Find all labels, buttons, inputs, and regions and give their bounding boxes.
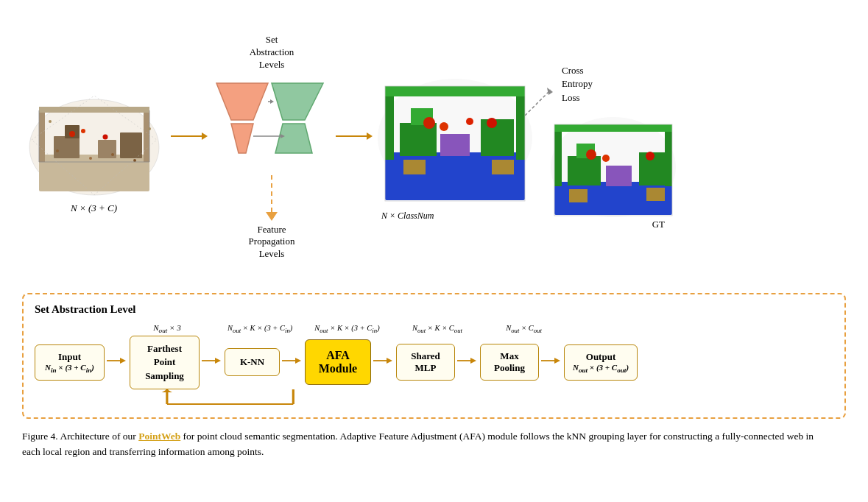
- svg-rect-35: [516, 93, 525, 160]
- svg-rect-62: [569, 189, 588, 202]
- svg-rect-54: [554, 124, 672, 132]
- svg-point-61: [646, 152, 654, 160]
- left-pointcloud-svg: [24, 81, 164, 199]
- svg-rect-36: [385, 86, 525, 96]
- mp-top-label: Nout × Cout: [493, 324, 555, 336]
- max-pooling-box: MaxPooling: [480, 344, 539, 381]
- arrow-6: [539, 355, 564, 370]
- svg-marker-26: [270, 99, 274, 104]
- svg-rect-5: [54, 136, 80, 158]
- input-box: Input Nin × (3 + Cin): [35, 344, 105, 381]
- svg-marker-80: [162, 389, 172, 392]
- svg-rect-1: [39, 155, 149, 191]
- right-pc-main: N × ClassNum: [374, 64, 536, 222]
- svg-point-43: [487, 118, 497, 128]
- svg-rect-8: [120, 132, 142, 158]
- svg-point-41: [423, 117, 435, 129]
- gt-label: GT: [547, 219, 680, 230]
- caption-prefix: Figure 4. Architecture of our: [22, 431, 138, 442]
- svg-rect-40: [481, 119, 514, 156]
- output-sublabel: Nout × (3 + Cout): [569, 363, 632, 374]
- arrow-5: [455, 355, 480, 370]
- svg-marker-70: [295, 358, 301, 364]
- left-pointcloud-col: N × (3 + C): [22, 81, 166, 214]
- right-pointclouds: N × ClassNum CrossEntropyLoss: [374, 64, 680, 230]
- svg-rect-2: [39, 110, 45, 162]
- arrow-3: [280, 355, 305, 370]
- top-labels-row: Nout × 3 Nout × K × (3 + Cin) Nout × K ×…: [130, 323, 833, 336]
- funnel-svg: [209, 76, 334, 183]
- svg-marker-72: [387, 358, 392, 364]
- top-diagram: N × (3 + C) SetAbstractionLevels: [22, 7, 846, 287]
- svg-marker-29: [266, 212, 278, 221]
- svg-rect-4: [39, 107, 149, 113]
- svg-point-16: [49, 120, 52, 123]
- shared-mlp-label: SharedMLP: [401, 350, 450, 374]
- svg-marker-23: [272, 83, 323, 120]
- gt-pc-svg: [547, 108, 680, 222]
- cross-entropy-label: CrossEntropyLoss: [562, 64, 593, 105]
- abstraction-box-title: Set Abstraction Level: [35, 303, 833, 316]
- svg-marker-24: [275, 124, 312, 153]
- left-pc-label: N × (3 + C): [71, 202, 117, 214]
- feature-propagation-label: FeaturePropagationLevels: [249, 224, 295, 261]
- afa-label: AFAModule: [313, 349, 363, 375]
- output-box: Output Nout × (3 + Cout): [564, 344, 638, 381]
- knn-box: K-NN: [225, 348, 280, 376]
- svg-point-59: [586, 149, 596, 160]
- svg-point-10: [81, 129, 85, 133]
- boxes-row: Input Nin × (3 + Cin) FarthestPointSampl…: [35, 336, 833, 389]
- input-label: Input: [40, 351, 99, 363]
- svg-point-14: [111, 153, 114, 156]
- right-pc-main-svg: [374, 64, 536, 211]
- svg-rect-45: [403, 160, 426, 174]
- svg-point-11: [102, 134, 107, 139]
- afa-top-label: Nout × K × (3 + Cin): [312, 324, 382, 336]
- svg-marker-22: [231, 124, 253, 153]
- svg-marker-66: [120, 358, 126, 364]
- abstraction-box: Set Abstraction Level Nout × 3 Nout × K …: [22, 293, 846, 419]
- feedback-arrow-svg: [105, 389, 833, 410]
- afa-box: AFAModule: [305, 339, 371, 385]
- knn-label: K-NN: [231, 356, 273, 368]
- flow-diagram: Nout × 3 Nout × K × (3 + Cin) Nout × K ×…: [35, 323, 833, 410]
- arrow-to-output: [336, 130, 373, 164]
- svg-rect-52: [554, 129, 562, 186]
- knn-top-label: Nout × K × (3 + Cin): [227, 324, 290, 336]
- svg-marker-76: [554, 358, 560, 364]
- svg-rect-3: [144, 110, 149, 162]
- smlp-top-label: Nout × K × Cout: [404, 324, 470, 336]
- arrow-to-encoder: [171, 130, 208, 164]
- svg-rect-33: [385, 152, 525, 200]
- svg-marker-21: [216, 83, 268, 120]
- fps-top-label: Nout × 3: [130, 323, 204, 336]
- fps-box: FarthestPointSampling: [130, 336, 200, 389]
- arrow-1: [105, 355, 130, 370]
- svg-rect-34: [385, 93, 394, 160]
- shared-mlp-box: SharedMLP: [396, 344, 455, 381]
- set-abstraction-label: SetAbstractionLevels: [250, 34, 294, 71]
- arrow-4: [371, 355, 396, 370]
- cross-entropy-gt-col: CrossEntropyLoss: [547, 64, 680, 230]
- input-sublabel: Nin × (3 + Cin): [40, 363, 99, 374]
- arrow-2: [200, 355, 225, 370]
- feedback-arrow-row: [105, 389, 833, 410]
- svg-point-42: [440, 122, 448, 131]
- svg-marker-74: [470, 358, 476, 364]
- svg-marker-31: [367, 132, 373, 140]
- max-pooling-label: MaxPooling: [485, 350, 534, 374]
- svg-rect-39: [440, 134, 470, 156]
- dashed-down-arrow: [266, 175, 278, 221]
- svg-rect-57: [606, 166, 632, 186]
- encoder-decoder-col: SetAbstractionLevels F: [209, 34, 334, 261]
- caption-highlight: PointWeb: [138, 431, 180, 442]
- svg-marker-20: [202, 132, 208, 140]
- svg-point-13: [89, 157, 92, 160]
- fps-label: FarthestPointSampling: [135, 342, 194, 383]
- svg-rect-55: [568, 156, 601, 185]
- svg-point-9: [69, 131, 75, 137]
- main-container: N × (3 + C) SetAbstractionLevels: [0, 0, 868, 502]
- caption: Figure 4. Architecture of our PointWeb f…: [22, 425, 832, 464]
- svg-point-60: [602, 155, 610, 162]
- svg-rect-46: [492, 160, 514, 174]
